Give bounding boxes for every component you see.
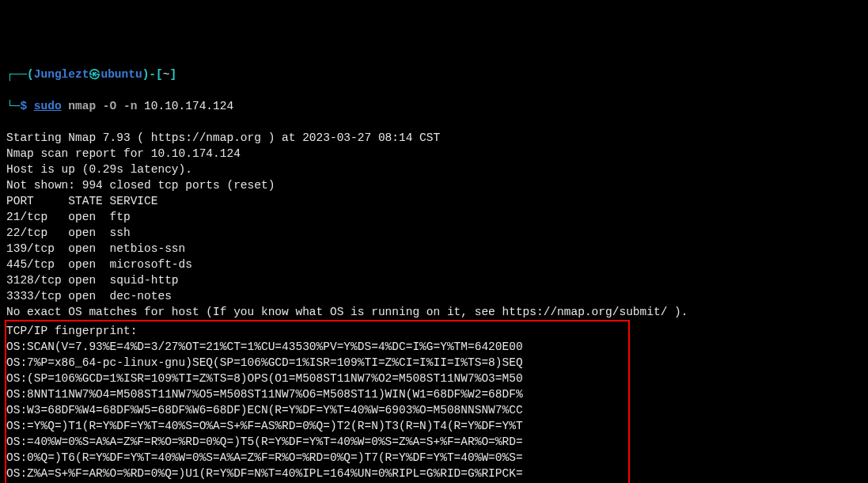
port-line: 21/tcp open ftp — [6, 211, 131, 223]
port-line: 3128/tcp open squid-http — [6, 274, 179, 287]
prompt-host: ubuntu — [100, 68, 142, 81]
port-line: 445/tcp open microsoft-ds — [6, 258, 192, 271]
prompt-line-2[interactable]: └─$ sudo nmap -O -n 10.10.174.124 — [6, 98, 862, 114]
port-line: 22/tcp open ssh — [6, 226, 131, 239]
output-line: Starting Nmap 7.93 ( https://nmap.org ) … — [6, 131, 440, 144]
port-line: 3333/tcp open dec-notes — [6, 290, 172, 302]
prompt-line-1: ┌──(Junglezt㉿ubuntu)-[~] — [6, 67, 862, 82]
cmd-target: 10.10.174.124 — [144, 100, 233, 112]
fingerprint-line: OS:=40%W=0%S=A%A=Z%F=R%O=%RD=0%Q=)T5(R=Y… — [6, 435, 523, 448]
port-line: 139/tcp open netbios-ssn — [6, 242, 185, 255]
fingerprint-line: OS:Z%A=S+%F=AR%O=%RD=0%Q=)U1(R=Y%DF=N%T=… — [6, 467, 523, 480]
fingerprint-box: TCP/IP fingerprint: OS:SCAN(V=7.93%E=4%D… — [5, 320, 630, 483]
output-line: Not shown: 994 closed tcp ports (reset) — [6, 179, 275, 192]
output-line: No exact OS matches for host (If you kno… — [6, 306, 688, 318]
prompt-at: ㉿ — [89, 68, 100, 81]
output-line: Host is up (0.29s latency). — [6, 163, 192, 176]
cmd-nmap: nmap -O -n — [68, 100, 137, 112]
fingerprint-line: OS:(SP=106%GCD=1%ISR=109%TI=Z%TS=8)OPS(O… — [6, 372, 523, 385]
bracket-end: ] — [169, 68, 176, 81]
fingerprint-line: OS:SCAN(V=7.93%E=4%D=3/27%OT=21%CT=1%CU=… — [6, 340, 523, 353]
fingerprint-line: OS:0%Q=)T6(R=Y%DF=Y%T=40%W=0%S=A%A=Z%F=R… — [6, 451, 523, 464]
output-line: Nmap scan report for 10.10.174.124 — [6, 147, 241, 160]
bracket-open: ┌──( — [6, 68, 34, 81]
prompt-dollar: $ — [20, 100, 33, 112]
fingerprint-line: OS:8NNT11NW7%O4=M508ST11NW7%O5=M508ST11N… — [6, 388, 523, 401]
prompt-user: Junglezt — [34, 68, 89, 81]
fingerprint-line: OS:7%P=x86_64-pc-linux-gnu)SEQ(SP=106%GC… — [6, 356, 523, 369]
fingerprint-line: OS:=Y%Q=)T1(R=Y%DF=Y%T=40%S=O%A=S+%F=AS%… — [6, 420, 523, 432]
output-header: PORT STATE SERVICE — [6, 195, 157, 207]
bracket-close: )-[ — [142, 68, 163, 81]
prompt-branch: └─ — [6, 100, 20, 112]
cmd-sudo: sudo — [34, 100, 62, 112]
fingerprint-line: OS:W3=68DF%W4=68DF%W5=68DF%W6=68DF)ECN(R… — [6, 404, 523, 416]
fingerprint-line: TCP/IP fingerprint: — [6, 325, 137, 337]
